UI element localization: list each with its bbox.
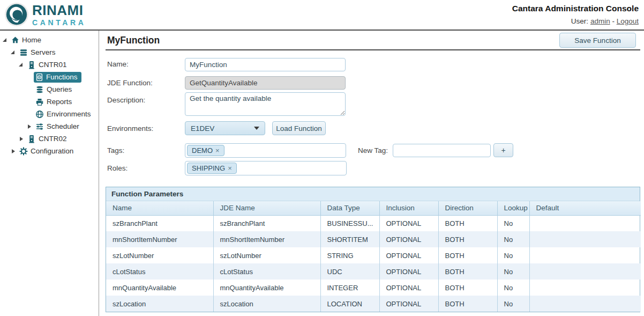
sidebar-item-functions[interactable]: Functions <box>0 71 99 83</box>
cell-direction: BOTH <box>438 215 497 231</box>
cell-data-type: UDC <box>320 263 379 280</box>
sidebar-item-home[interactable]: Home <box>0 34 99 46</box>
sidebar: HomeServersCNTR01FunctionsQueriesReports… <box>0 31 99 316</box>
cell-data-type: INTEGER <box>320 280 379 296</box>
role-chip[interactable]: SHIPPING × <box>187 163 237 174</box>
new-tag-label: New Tag: <box>358 146 388 155</box>
sidebar-item-queries[interactable]: Queries <box>0 83 99 95</box>
logout-link[interactable]: Logout <box>617 17 639 25</box>
table-row[interactable]: szLotNumberszLotNumberSTRINGOPTIONALBOTH… <box>106 247 641 263</box>
table-row[interactable]: cLotStatuscLotStatusUDCOPTIONALBOTHNo <box>106 263 641 280</box>
user-link[interactable]: admin <box>590 17 610 25</box>
name-input[interactable] <box>185 58 346 71</box>
chevron-down-icon <box>254 127 259 130</box>
roles-input[interactable]: SHIPPING × <box>185 161 347 175</box>
sidebar-item-reports[interactable]: Reports <box>0 95 99 108</box>
server-icon <box>27 61 36 69</box>
cell-jde-name: szLocation <box>213 296 320 312</box>
app-title: Cantara Administration Console <box>512 4 639 13</box>
sidebar-item-label: Functions <box>46 73 78 81</box>
cell-direction: BOTH <box>438 247 497 263</box>
sidebar-item-label: Servers <box>31 48 56 56</box>
title-divider <box>106 49 640 50</box>
logo-text: RINAMI CANTARA <box>32 3 86 26</box>
column-header-inclusion: Inclusion <box>379 201 438 215</box>
reports-icon <box>35 98 44 106</box>
table-row[interactable]: mnShortItemNumbermnShortItemNumberSHORTI… <box>106 231 641 247</box>
header-right: Cantara Administration Console User: adm… <box>512 4 639 25</box>
cell-data-type: BUSINESSU... <box>320 215 379 231</box>
tree-expander-icon[interactable] <box>18 62 25 68</box>
cell-data-type: SHORTITEM <box>320 231 379 247</box>
table-row[interactable]: szBranchPlantszBranchPlantBUSINESSU...OP… <box>106 215 641 231</box>
sidebar-item-label: Reports <box>47 98 72 106</box>
tree-expander-icon[interactable] <box>10 49 17 56</box>
sidebar-item-cntr01[interactable]: CNTR01 <box>0 58 99 71</box>
save-function-button[interactable]: Save Function <box>559 33 636 48</box>
cell-direction: BOTH <box>438 296 497 312</box>
cell-default <box>529 215 641 231</box>
environments-icon <box>35 110 44 119</box>
cell-lookup: No <box>497 247 529 263</box>
servers-icon <box>19 48 28 57</box>
scheduler-icon <box>35 122 44 131</box>
logo-cantara-text: CANTARA <box>32 19 86 26</box>
queries-icon <box>35 85 44 94</box>
role-chip-label: SHIPPING <box>192 164 225 172</box>
tags-input[interactable]: DEMO × <box>185 143 346 158</box>
add-tag-button[interactable]: + <box>493 143 513 157</box>
chip-remove-icon[interactable]: × <box>228 164 232 172</box>
tree-expander-icon[interactable] <box>18 136 25 142</box>
tree-expander-spacer <box>26 74 33 80</box>
cell-default <box>529 296 641 312</box>
cell-data-type: STRING <box>320 247 379 263</box>
column-header-default: Default <box>529 201 641 215</box>
cell-jde-name: szLotNumber <box>213 247 320 263</box>
cell-default <box>529 263 641 280</box>
cell-direction: BOTH <box>438 263 497 280</box>
cell-jde-name: cLotStatus <box>213 263 320 280</box>
cell-lookup: No <box>497 215 529 231</box>
new-tag-input[interactable] <box>393 144 491 157</box>
tags-label: Tags: <box>107 146 124 155</box>
page-title: MyFunction <box>107 35 160 46</box>
table-row[interactable]: szLocationszLocationLOCATIONOPTIONALBOTH… <box>106 296 641 312</box>
sidebar-item-configuration[interactable]: Configuration <box>0 145 99 157</box>
cell-lookup: No <box>497 263 529 280</box>
cell-jde-name: szBranchPlant <box>213 215 320 231</box>
cell-jde-name: mnQuantityAvailable <box>213 280 320 296</box>
chip-remove-icon[interactable]: × <box>215 146 220 155</box>
sidebar-item-label: CNTR02 <box>39 135 67 143</box>
sidebar-item-environments[interactable]: Environments <box>0 108 99 120</box>
tag-chip-label: DEMO <box>192 146 213 155</box>
cell-name: szLocation <box>106 296 213 312</box>
sidebar-item-servers[interactable]: Servers <box>0 46 99 58</box>
description-textarea[interactable]: Get the quantity available <box>185 92 346 116</box>
environments-selected-value: E1DEV <box>191 124 214 133</box>
server-icon <box>27 135 36 143</box>
cell-inclusion: OPTIONAL <box>379 247 438 263</box>
column-header-jde-name: JDE Name <box>213 201 320 215</box>
user-separator: - <box>612 17 615 25</box>
sidebar-item-cntr02[interactable]: CNTR02 <box>0 133 99 145</box>
column-header-data-type: Data Type <box>320 201 379 215</box>
cell-inclusion: OPTIONAL <box>379 280 438 296</box>
tree-expander-icon[interactable] <box>2 37 9 43</box>
jde-function-input <box>185 76 346 90</box>
home-icon <box>11 36 19 44</box>
load-function-button[interactable]: Load Function <box>272 121 326 135</box>
tree-expander-icon[interactable] <box>26 123 33 130</box>
sidebar-item-scheduler[interactable]: Scheduler <box>0 120 99 133</box>
table-row[interactable]: mnQuantityAvailablemnQuantityAvailableIN… <box>106 280 641 296</box>
cell-inclusion: OPTIONAL <box>379 263 438 280</box>
cell-inclusion: OPTIONAL <box>379 215 438 231</box>
cell-data-type: LOCATION <box>320 296 379 312</box>
tag-chip[interactable]: DEMO × <box>187 145 224 156</box>
cell-name: cLotStatus <box>106 263 213 280</box>
cell-name: mnShortItemNumber <box>106 231 213 247</box>
tree-expander-icon[interactable] <box>10 148 17 155</box>
rinami-logo: RINAMI CANTARA <box>4 2 86 27</box>
cell-lookup: No <box>497 296 529 312</box>
environments-select[interactable]: E1DEV <box>185 121 265 135</box>
name-label: Name: <box>107 60 129 68</box>
